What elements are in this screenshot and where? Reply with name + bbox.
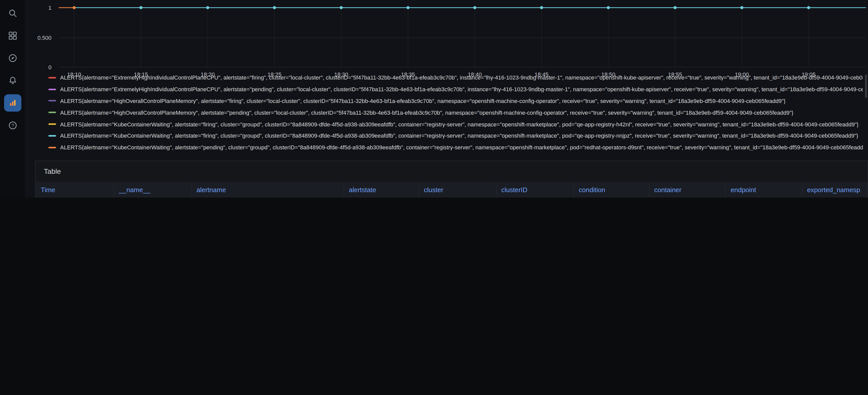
active-item-highlight <box>4 94 21 112</box>
column-header-clusterid[interactable]: clusterID <box>496 182 574 198</box>
help-circle-icon: ? <box>7 120 18 130</box>
table-header-row: Time__name__alertnamealertstateclustercl… <box>36 182 867 198</box>
timeseries-panel: 10.5000 18:1018:1518:2018:2518:3018:3518… <box>25 0 868 154</box>
active-plugin-icon <box>7 98 18 108</box>
sidebar-item-search[interactable] <box>0 2 25 25</box>
column-header-endpoint[interactable]: endpoint <box>725 182 802 198</box>
series-color-swatch <box>49 123 56 125</box>
legend-label: ALERTS{alertname="ExtremelyHighIndividua… <box>60 86 863 92</box>
legend-label: ALERTS{alertname="HighOverallControlPlan… <box>60 98 785 104</box>
legend-item[interactable]: ALERTS{alertname="KubeContainerWaiting",… <box>49 118 863 130</box>
column-header--name-[interactable]: __name__ <box>114 182 191 198</box>
series-color-swatch <box>49 77 56 79</box>
alerts-table: Time__name__alertnamealertstateclustercl… <box>36 182 867 198</box>
sidebar-item-active-app[interactable] <box>0 92 25 114</box>
column-header-time[interactable]: Time <box>36 182 114 198</box>
bell-icon <box>7 75 18 86</box>
table-panel: Table Time__name__alertnamealertstateclu… <box>35 160 868 198</box>
legend-item[interactable]: ALERTS{alertname="ExtremelyHighIndividua… <box>49 84 863 95</box>
legend-item[interactable]: ALERTS{alertname="ExtremelyHighIndividua… <box>49 72 863 84</box>
column-header-cluster[interactable]: cluster <box>418 182 496 198</box>
series-color-swatch <box>49 88 56 90</box>
compass-icon <box>7 53 18 63</box>
column-header-container[interactable]: container <box>649 182 725 198</box>
sidebar-item-alerting[interactable] <box>0 69 25 92</box>
legend-label: ALERTS{alertname="KubeContainerWaiting",… <box>60 121 859 127</box>
series-color-swatch <box>49 100 56 102</box>
legend-item[interactable]: ALERTS{alertname="KubeContainerWaiting",… <box>49 142 863 153</box>
grafana-dashboard: ? 10.5000 18:1018:1518:2018:2518:3018:35… <box>0 0 868 198</box>
legend-label: ALERTS{alertname="HighOverallControlPlan… <box>60 110 793 116</box>
legend-item[interactable]: ALERTS{alertname="HighOverallControlPlan… <box>49 107 863 119</box>
svg-text:?: ? <box>11 123 14 128</box>
timeseries-plot[interactable] <box>25 0 868 82</box>
legend-label: ALERTS{alertname="ExtremelyHighIndividua… <box>60 75 863 81</box>
column-header-exported-namesp[interactable]: exported_namesp <box>802 182 867 198</box>
sidebar: ? <box>0 0 25 198</box>
dashboards-grid-icon <box>7 31 18 41</box>
legend-scrollbar[interactable] <box>865 74 867 98</box>
search-icon <box>7 8 18 18</box>
legend-item[interactable]: ALERTS{alertname="HighOverallControlPlan… <box>49 95 863 107</box>
legend-label: ALERTS{alertname="KubeContainerWaiting",… <box>60 133 858 139</box>
series-color-swatch <box>49 112 56 113</box>
column-header-alertstate[interactable]: alertstate <box>344 182 418 198</box>
legend-item[interactable]: ALERTS{alertname="KubeContainerWaiting",… <box>49 130 863 142</box>
sidebar-item-help[interactable]: ? <box>0 114 25 136</box>
legend-label: ALERTS{alertname="KubeContainerWaiting",… <box>60 144 863 150</box>
sidebar-item-dashboards[interactable] <box>0 25 25 47</box>
column-header-alertname[interactable]: alertname <box>191 182 344 198</box>
column-header-condition[interactable]: condition <box>574 182 649 198</box>
series-color-swatch <box>49 135 56 136</box>
chart-legend: ALERTS{alertname="ExtremelyHighIndividua… <box>49 72 863 153</box>
panel-title[interactable]: Table <box>36 161 867 182</box>
series-color-swatch <box>49 147 56 148</box>
sidebar-item-explore[interactable] <box>0 47 25 69</box>
table-container: Time__name__alertnamealertstateclustercl… <box>36 182 867 198</box>
